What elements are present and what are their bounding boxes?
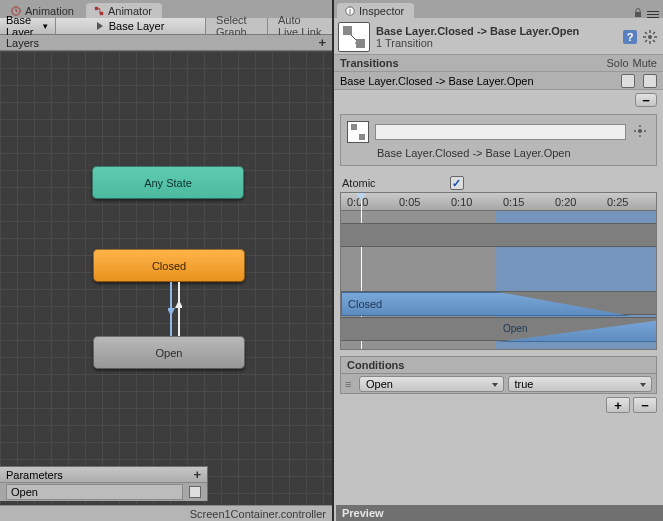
info-icon: i <box>345 6 355 16</box>
preview-bar[interactable]: Preview <box>336 505 663 521</box>
bar-label: Closed <box>348 298 382 310</box>
atomic-label: Atomic <box>342 177 376 189</box>
inspector-subtitle: 1 Transition <box>376 37 617 49</box>
svg-point-10 <box>648 35 652 39</box>
node-open[interactable]: Open <box>93 336 245 369</box>
layers-header: Layers + <box>0 35 332 51</box>
transition-icon <box>347 121 369 143</box>
transitions-section-header: Transitions Solo Mute <box>334 54 663 72</box>
right-tab-row: i Inspector <box>334 0 663 18</box>
lock-icon[interactable] <box>633 8 643 18</box>
tl-label: 0:10 <box>451 196 472 208</box>
condition-param-value: Open <box>366 378 393 390</box>
tl-label: 0:25 <box>607 196 628 208</box>
remove-transition-button[interactable]: − <box>635 93 657 107</box>
tab-label: Animator <box>108 5 152 17</box>
solo-column-label: Solo <box>607 57 629 69</box>
node-label: Closed <box>152 260 186 272</box>
svg-marker-6 <box>175 300 182 308</box>
chevron-down-icon: ▼ <box>41 22 49 31</box>
play-icon <box>97 22 103 30</box>
node-closed[interactable]: Closed <box>93 249 245 282</box>
animator-toolbar: Base Layer ▼ Base Layer Select Graph Aut… <box>0 18 332 35</box>
tl-label: 0:20 <box>555 196 576 208</box>
conditions-section: Conditions ≡ Open true + − <box>340 356 657 413</box>
condition-param-dropdown[interactable]: Open <box>359 376 504 392</box>
node-label: Open <box>156 347 183 359</box>
transition-arrows[interactable] <box>168 282 182 336</box>
svg-line-18 <box>645 40 647 42</box>
parameters-header: Parameters + <box>0 467 207 483</box>
drag-handle-icon[interactable]: ≡ <box>345 378 355 390</box>
tl-label: 0:05 <box>399 196 420 208</box>
svg-rect-1 <box>95 7 98 10</box>
state-graph-canvas[interactable]: Any State Closed Open Parameters + <box>0 51 332 521</box>
layer-path-label: Base Layer <box>109 20 165 32</box>
add-layer-button[interactable]: + <box>318 35 326 50</box>
animator-panel: Animation Animator Base Layer ▼ Base Lay… <box>0 0 334 521</box>
svg-point-19 <box>638 129 642 133</box>
base-layer-dropdown[interactable]: Base Layer ▼ <box>0 18 56 34</box>
svg-line-17 <box>653 32 655 34</box>
tab-label: Inspector <box>359 5 404 17</box>
inspector-header: Base Layer.Closed -> Base Layer.Open 1 T… <box>334 18 663 54</box>
transition-list-row[interactable]: Base Layer.Closed -> Base Layer.Open <box>334 72 663 90</box>
auto-live-link-toggle[interactable]: Auto Live Link <box>268 18 332 34</box>
transitions-label: Transitions <box>340 57 399 69</box>
select-graph-button[interactable]: Select Graph <box>206 18 268 34</box>
bar-label: Open <box>503 323 527 334</box>
transition-row-label: Base Layer.Closed -> Base Layer.Open <box>340 75 534 87</box>
solo-checkbox[interactable] <box>621 74 635 88</box>
parameters-panel: Parameters + Open <box>0 466 208 501</box>
parameter-row[interactable]: Open <box>0 483 207 501</box>
parameters-header-label: Parameters <box>6 469 63 481</box>
transition-detail-box: Base Layer.Closed -> Base Layer.Open <box>340 114 657 166</box>
tl-label: 0:15 <box>503 196 524 208</box>
timeline-strip: Closed <box>341 291 656 315</box>
mute-column-label: Mute <box>633 57 657 69</box>
node-any-state[interactable]: Any State <box>92 166 244 199</box>
transition-name-field[interactable] <box>375 124 626 140</box>
layers-header-label: Layers <box>6 37 39 49</box>
timeline-bar-closed[interactable]: Closed <box>341 292 631 316</box>
status-text: Screen1Container.controller <box>190 508 326 520</box>
condition-value-dropdown[interactable]: true <box>508 376 653 392</box>
svg-line-15 <box>645 32 647 34</box>
atomic-row: Atomic <box>342 176 655 190</box>
condition-value-value: true <box>515 378 534 390</box>
atomic-checkbox[interactable] <box>450 176 464 190</box>
timeline-strip <box>341 223 656 247</box>
inspector-panel: i Inspector Base Layer.Closed -> Base La… <box>334 0 663 521</box>
condition-row[interactable]: ≡ Open true <box>340 374 657 394</box>
transition-settings-button[interactable] <box>632 124 650 140</box>
conditions-header-label: Conditions <box>347 359 404 371</box>
svg-rect-2 <box>100 12 103 15</box>
help-button[interactable]: ? <box>623 30 637 44</box>
add-condition-button[interactable]: + <box>606 397 630 413</box>
inspector-title: Base Layer.Closed -> Base Layer.Open <box>376 25 617 37</box>
transition-icon <box>338 22 370 52</box>
tab-inspector[interactable]: i Inspector <box>337 3 414 18</box>
parameter-checkbox[interactable] <box>189 486 201 498</box>
layer-path-button[interactable]: Base Layer <box>56 18 206 34</box>
flow-icon <box>94 6 104 16</box>
transition-detail-label: Base Layer.Closed -> Base Layer.Open <box>347 147 650 159</box>
remove-condition-button[interactable]: − <box>633 397 657 413</box>
gear-icon[interactable] <box>643 30 657 44</box>
conditions-header: Conditions <box>340 356 657 374</box>
parameter-name-field[interactable]: Open <box>6 484 183 500</box>
preview-label: Preview <box>342 507 384 519</box>
svg-text:i: i <box>349 6 351 16</box>
timeline-strip: Open <box>341 317 656 341</box>
timeline-ruler[interactable]: 0:00 0:05 0:10 0:15 0:20 0:25 <box>341 193 656 211</box>
svg-rect-9 <box>635 12 641 17</box>
mute-checkbox[interactable] <box>643 74 657 88</box>
status-bar: Screen1Container.controller <box>0 505 332 521</box>
svg-marker-4 <box>168 308 175 316</box>
node-label: Any State <box>144 177 192 189</box>
transition-timeline[interactable]: 0:00 0:05 0:10 0:15 0:20 0:25 Closed Ope… <box>340 192 657 350</box>
panel-menu-icon[interactable] <box>647 11 659 18</box>
add-parameter-button[interactable]: + <box>193 467 201 482</box>
tab-animator[interactable]: Animator <box>86 3 162 18</box>
svg-line-16 <box>653 40 655 42</box>
